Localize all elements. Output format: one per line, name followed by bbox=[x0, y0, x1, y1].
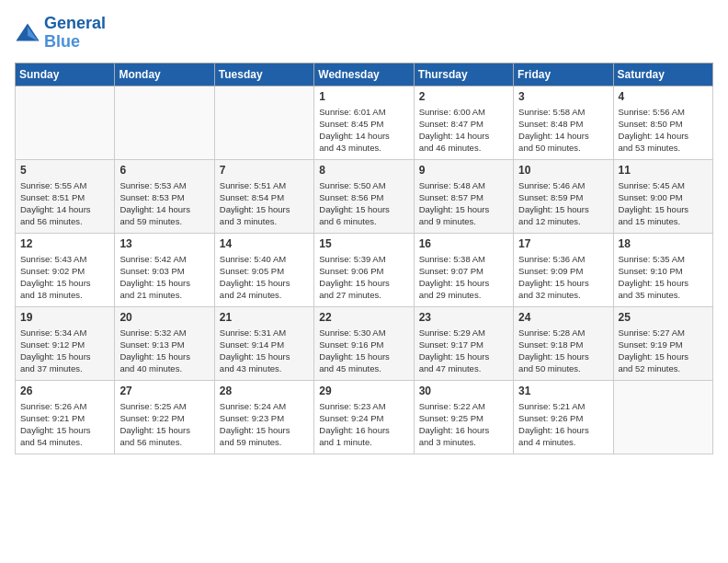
day-number: 6 bbox=[119, 164, 209, 177]
day-info: Sunrise: 5:45 AM Sunset: 9:00 PM Dayligh… bbox=[619, 179, 708, 228]
weekday-header-friday: Friday bbox=[514, 63, 613, 86]
day-info: Sunrise: 6:01 AM Sunset: 8:45 PM Dayligh… bbox=[319, 106, 408, 155]
day-info: Sunrise: 5:32 AM Sunset: 9:13 PM Dayligh… bbox=[119, 327, 209, 375]
calendar-cell: 25Sunrise: 5:27 AM Sunset: 9:19 PM Dayli… bbox=[613, 306, 712, 380]
day-info: Sunrise: 5:51 AM Sunset: 8:54 PM Dayligh… bbox=[220, 179, 309, 228]
day-number: 11 bbox=[619, 164, 708, 177]
weekday-header-wednesday: Wednesday bbox=[314, 63, 414, 86]
calendar-cell: 14Sunrise: 5:40 AM Sunset: 9:05 PM Dayli… bbox=[214, 233, 313, 306]
day-info: Sunrise: 5:31 AM Sunset: 9:14 PM Dayligh… bbox=[220, 327, 309, 375]
calendar-cell: 6Sunrise: 5:53 AM Sunset: 8:53 PM Daylig… bbox=[115, 159, 214, 233]
calendar-cell: 17Sunrise: 5:36 AM Sunset: 9:09 PM Dayli… bbox=[514, 233, 613, 306]
day-info: Sunrise: 5:27 AM Sunset: 9:19 PM Dayligh… bbox=[619, 327, 708, 375]
calendar-cell: 16Sunrise: 5:38 AM Sunset: 9:07 PM Dayli… bbox=[414, 233, 513, 306]
calendar-cell: 11Sunrise: 5:45 AM Sunset: 9:00 PM Dayli… bbox=[613, 159, 712, 233]
weekday-header-sunday: Sunday bbox=[16, 63, 115, 86]
day-number: 10 bbox=[518, 164, 608, 177]
day-info: Sunrise: 5:42 AM Sunset: 9:03 PM Dayligh… bbox=[119, 253, 209, 302]
day-number: 27 bbox=[119, 385, 209, 397]
calendar-cell: 20Sunrise: 5:32 AM Sunset: 9:13 PM Dayli… bbox=[115, 306, 214, 380]
day-number: 31 bbox=[518, 385, 608, 397]
day-number: 5 bbox=[20, 164, 109, 177]
weekday-header-tuesday: Tuesday bbox=[214, 63, 313, 86]
day-number: 25 bbox=[619, 311, 708, 324]
day-number: 16 bbox=[419, 237, 508, 250]
day-number: 1 bbox=[319, 90, 408, 103]
calendar-cell: 31Sunrise: 5:21 AM Sunset: 9:26 PM Dayli… bbox=[514, 380, 613, 454]
day-info: Sunrise: 5:48 AM Sunset: 8:57 PM Dayligh… bbox=[419, 179, 508, 228]
day-number: 19 bbox=[20, 311, 109, 324]
day-number: 14 bbox=[220, 237, 309, 250]
weekday-header-saturday: Saturday bbox=[613, 63, 712, 86]
day-number: 23 bbox=[419, 311, 508, 324]
day-number: 26 bbox=[20, 385, 109, 397]
day-info: Sunrise: 5:40 AM Sunset: 9:05 PM Dayligh… bbox=[220, 253, 309, 302]
day-number: 15 bbox=[319, 237, 408, 250]
calendar-cell: 10Sunrise: 5:46 AM Sunset: 8:59 PM Dayli… bbox=[514, 159, 613, 233]
day-number: 18 bbox=[619, 237, 708, 250]
logo-icon bbox=[15, 20, 40, 46]
calendar-week-2: 5Sunrise: 5:55 AM Sunset: 8:51 PM Daylig… bbox=[16, 159, 713, 233]
day-number: 7 bbox=[220, 164, 309, 177]
day-info: Sunrise: 5:21 AM Sunset: 9:26 PM Dayligh… bbox=[518, 400, 608, 449]
page-header: General Blue bbox=[15, 15, 713, 52]
calendar-cell bbox=[115, 86, 214, 159]
day-info: Sunrise: 5:38 AM Sunset: 9:07 PM Dayligh… bbox=[419, 253, 508, 302]
calendar-cell: 30Sunrise: 5:22 AM Sunset: 9:25 PM Dayli… bbox=[414, 380, 513, 454]
day-info: Sunrise: 5:26 AM Sunset: 9:21 PM Dayligh… bbox=[20, 400, 109, 449]
calendar-cell: 12Sunrise: 5:43 AM Sunset: 9:02 PM Dayli… bbox=[16, 233, 115, 306]
day-info: Sunrise: 5:58 AM Sunset: 8:48 PM Dayligh… bbox=[518, 106, 608, 155]
day-number: 30 bbox=[419, 385, 508, 397]
calendar-cell bbox=[16, 86, 115, 159]
calendar-table: SundayMondayTuesdayWednesdayThursdayFrid… bbox=[15, 63, 713, 454]
calendar-cell: 8Sunrise: 5:50 AM Sunset: 8:56 PM Daylig… bbox=[314, 159, 414, 233]
calendar-week-5: 26Sunrise: 5:26 AM Sunset: 9:21 PM Dayli… bbox=[16, 380, 713, 454]
day-info: Sunrise: 5:22 AM Sunset: 9:25 PM Dayligh… bbox=[419, 400, 508, 449]
weekday-header-thursday: Thursday bbox=[414, 63, 513, 86]
calendar-cell: 22Sunrise: 5:30 AM Sunset: 9:16 PM Dayli… bbox=[314, 306, 414, 380]
calendar-cell: 13Sunrise: 5:42 AM Sunset: 9:03 PM Dayli… bbox=[115, 233, 214, 306]
day-info: Sunrise: 5:28 AM Sunset: 9:18 PM Dayligh… bbox=[518, 327, 608, 375]
day-info: Sunrise: 5:34 AM Sunset: 9:12 PM Dayligh… bbox=[20, 327, 109, 375]
day-number: 2 bbox=[419, 90, 508, 103]
day-number: 22 bbox=[319, 311, 408, 324]
day-info: Sunrise: 5:29 AM Sunset: 9:17 PM Dayligh… bbox=[419, 327, 508, 375]
calendar-cell: 3Sunrise: 5:58 AM Sunset: 8:48 PM Daylig… bbox=[514, 86, 613, 159]
day-info: Sunrise: 5:36 AM Sunset: 9:09 PM Dayligh… bbox=[518, 253, 608, 302]
day-info: Sunrise: 5:23 AM Sunset: 9:24 PM Dayligh… bbox=[319, 400, 408, 449]
day-number: 28 bbox=[220, 385, 309, 397]
calendar-cell: 15Sunrise: 5:39 AM Sunset: 9:06 PM Dayli… bbox=[314, 233, 414, 306]
day-info: Sunrise: 5:35 AM Sunset: 9:10 PM Dayligh… bbox=[619, 253, 708, 302]
calendar-cell: 21Sunrise: 5:31 AM Sunset: 9:14 PM Dayli… bbox=[214, 306, 313, 380]
day-number: 17 bbox=[518, 237, 608, 250]
day-number: 8 bbox=[319, 164, 408, 177]
day-info: Sunrise: 5:25 AM Sunset: 9:22 PM Dayligh… bbox=[119, 400, 209, 449]
day-number: 4 bbox=[619, 90, 708, 103]
calendar-cell: 1Sunrise: 6:01 AM Sunset: 8:45 PM Daylig… bbox=[314, 86, 414, 159]
calendar-cell: 7Sunrise: 5:51 AM Sunset: 8:54 PM Daylig… bbox=[214, 159, 313, 233]
logo: General Blue bbox=[15, 15, 106, 52]
day-number: 29 bbox=[319, 385, 408, 397]
calendar-cell: 24Sunrise: 5:28 AM Sunset: 9:18 PM Dayli… bbox=[514, 306, 613, 380]
calendar-cell: 2Sunrise: 6:00 AM Sunset: 8:47 PM Daylig… bbox=[414, 86, 513, 159]
day-number: 24 bbox=[518, 311, 608, 324]
calendar-week-4: 19Sunrise: 5:34 AM Sunset: 9:12 PM Dayli… bbox=[16, 306, 713, 380]
calendar-cell: 27Sunrise: 5:25 AM Sunset: 9:22 PM Dayli… bbox=[115, 380, 214, 454]
calendar-cell: 9Sunrise: 5:48 AM Sunset: 8:57 PM Daylig… bbox=[414, 159, 513, 233]
day-info: Sunrise: 5:53 AM Sunset: 8:53 PM Dayligh… bbox=[119, 179, 209, 228]
calendar-week-3: 12Sunrise: 5:43 AM Sunset: 9:02 PM Dayli… bbox=[16, 233, 713, 306]
day-info: Sunrise: 5:55 AM Sunset: 8:51 PM Dayligh… bbox=[20, 179, 109, 228]
calendar-cell: 5Sunrise: 5:55 AM Sunset: 8:51 PM Daylig… bbox=[16, 159, 115, 233]
calendar-cell: 28Sunrise: 5:24 AM Sunset: 9:23 PM Dayli… bbox=[214, 380, 313, 454]
day-number: 20 bbox=[119, 311, 209, 324]
day-info: Sunrise: 5:39 AM Sunset: 9:06 PM Dayligh… bbox=[319, 253, 408, 302]
calendar-cell bbox=[613, 380, 712, 454]
day-number: 3 bbox=[518, 90, 608, 103]
logo-text: General Blue bbox=[44, 15, 106, 52]
calendar-cell: 23Sunrise: 5:29 AM Sunset: 9:17 PM Dayli… bbox=[414, 306, 513, 380]
calendar-cell: 4Sunrise: 5:56 AM Sunset: 8:50 PM Daylig… bbox=[613, 86, 712, 159]
day-info: Sunrise: 5:43 AM Sunset: 9:02 PM Dayligh… bbox=[20, 253, 109, 302]
calendar-cell: 19Sunrise: 5:34 AM Sunset: 9:12 PM Dayli… bbox=[16, 306, 115, 380]
day-number: 12 bbox=[20, 237, 109, 250]
day-info: Sunrise: 5:24 AM Sunset: 9:23 PM Dayligh… bbox=[220, 400, 309, 449]
